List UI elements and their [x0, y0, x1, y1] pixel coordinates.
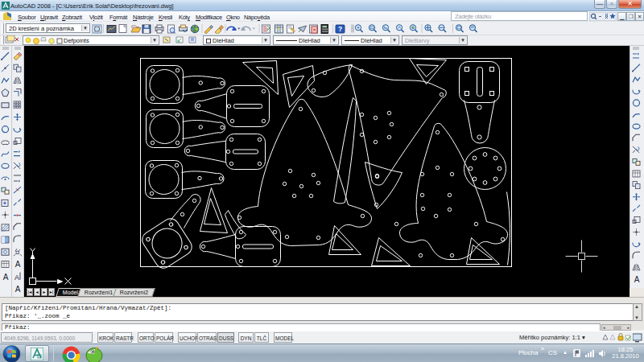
svg-text:?: ? [338, 25, 342, 33]
svg-text:A: A [634, 275, 640, 284]
svg-text:A: A [14, 274, 19, 282]
svg-text:A: A [3, 273, 9, 282]
svg-text:A: A [15, 260, 21, 269]
svg-text:A: A [15, 285, 21, 294]
